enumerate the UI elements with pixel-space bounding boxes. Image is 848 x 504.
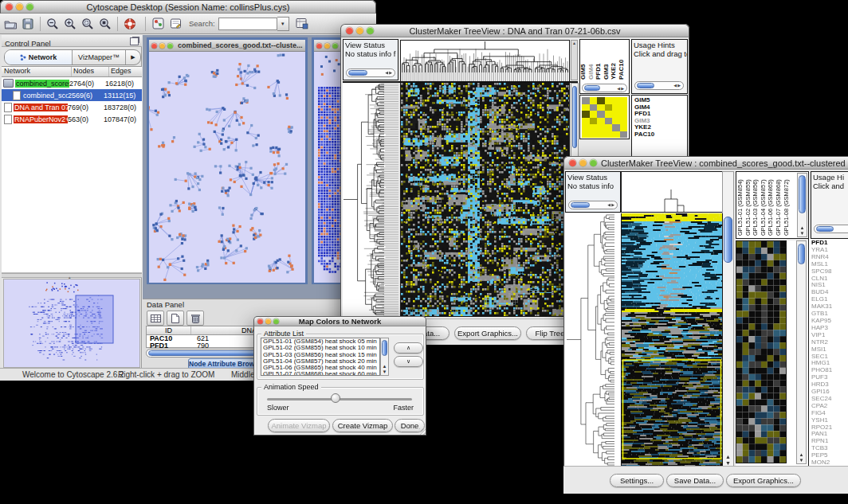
zoom-icon[interactable] xyxy=(367,27,374,34)
attribute-list[interactable]: GPL51-01 (GSM854) heat shock 05 minGPL51… xyxy=(261,338,380,376)
tab-vizmapper[interactable]: VizMapper™ xyxy=(73,50,126,64)
submatrix-cell xyxy=(582,118,590,125)
dialog-titlebar[interactable]: Map Colors to Network xyxy=(253,316,426,326)
toolbar-separator xyxy=(145,17,146,31)
treeview-window-combined-scores: ClusterMaker TreeView : combined_scores_… xyxy=(563,156,848,494)
export-graphics-button[interactable]: Export Graphics... xyxy=(726,474,801,487)
tv2-hints-hscrollbar[interactable]: ◀▶ xyxy=(814,225,848,233)
tv2-col-label: GPL51-01 (GSM854) xyxy=(736,179,744,236)
tabs-overflow-button[interactable]: ▶ xyxy=(126,50,140,64)
network-row-dna-tran[interactable]: DNA and Tran 07 769(0) 183728(0) xyxy=(2,101,142,113)
tv1-row-dendrogram[interactable] xyxy=(343,83,398,316)
help-lifering-icon[interactable] xyxy=(122,16,138,32)
close-icon[interactable] xyxy=(316,43,322,49)
submatrix-cell xyxy=(597,111,605,118)
network-row-rnapuber[interactable]: RNAPuberNov2+! 563(0) 107847(0) xyxy=(2,113,142,125)
zoom-icon[interactable] xyxy=(26,3,33,10)
usage-hints-title: Usage Hints xyxy=(634,41,685,49)
tv2-row-dendrogram[interactable] xyxy=(565,213,621,466)
document-icon xyxy=(4,103,12,112)
network-frame[interactable]: combined_scores_good.txt--cluste... xyxy=(147,37,308,284)
close-icon[interactable] xyxy=(569,159,576,166)
attribute-browser-icon[interactable] xyxy=(294,16,310,32)
tv2-labels-vscrollbar[interactable]: ▲▼ xyxy=(797,173,807,237)
panel-divider[interactable]: ▴ xyxy=(2,273,142,278)
network-row-combined-scores[interactable]: combined_scores_ 2764(0) 16218(0) xyxy=(2,77,142,89)
usage-hints-title: Usage Hi xyxy=(813,173,848,182)
close-icon[interactable] xyxy=(6,3,13,10)
window-controls[interactable] xyxy=(6,3,33,10)
zoom-fit-icon[interactable] xyxy=(97,16,113,32)
open-file-icon[interactable] xyxy=(2,16,18,32)
tv2-column-dendrogram[interactable] xyxy=(621,171,723,213)
tv2-zoom-heatmap[interactable] xyxy=(736,240,787,463)
minimize-icon[interactable] xyxy=(356,27,363,34)
animate-vizmap-button[interactable]: Animate Vizmap xyxy=(268,419,330,432)
minimize-icon[interactable] xyxy=(324,43,330,49)
main-titlebar[interactable]: Cytoscape Desktop (Session Name: collins… xyxy=(0,0,376,14)
view-status-text: No status info xyxy=(567,182,618,190)
resize-grip[interactable] xyxy=(419,428,426,435)
table-mode-icon[interactable] xyxy=(147,311,164,326)
speed-slider-thumb[interactable] xyxy=(331,393,340,403)
tv1-view-status-panel: View Status No status info f ◀▶ xyxy=(343,39,398,80)
zoom-icon[interactable] xyxy=(332,43,338,49)
search-input[interactable] xyxy=(218,18,277,30)
delete-attribute-trash-icon[interactable] xyxy=(186,311,204,326)
float-panel-icon[interactable] xyxy=(130,37,139,45)
tv2-status-hscrollbar[interactable]: ◀▶ xyxy=(568,201,618,209)
network-overview-thumbnail[interactable] xyxy=(3,279,140,368)
submatrix-cell xyxy=(620,118,628,125)
submatrix-cell xyxy=(620,104,628,111)
tab-network[interactable]: Network xyxy=(5,50,73,64)
usage-hints-text: Click and drag to xyxy=(634,49,685,58)
submatrix-cell xyxy=(612,104,620,111)
zoom-icon[interactable] xyxy=(590,159,597,166)
tv1-submatrix[interactable] xyxy=(579,95,630,139)
zoom-icon[interactable] xyxy=(273,318,279,324)
attribute-item[interactable]: GPL51-07 (GSM868) heat shock 60 min xyxy=(263,371,379,376)
tv2-titlebar[interactable]: ClusterMaker TreeView : combined_scores_… xyxy=(563,156,848,170)
minimize-icon[interactable] xyxy=(579,159,587,166)
view-status-title: View Status xyxy=(345,41,396,49)
minimize-icon[interactable] xyxy=(16,3,23,10)
attribute-list-vscrollbar[interactable]: ▲▼ xyxy=(380,338,389,376)
move-attribute-up-button[interactable]: ∧ xyxy=(394,342,423,354)
tv2-heatmap-vscrollbar[interactable]: ▲▼ xyxy=(722,171,734,467)
save-icon[interactable] xyxy=(20,16,36,32)
tv2-global-heatmap[interactable] xyxy=(621,213,723,467)
minimize-icon[interactable] xyxy=(159,43,165,49)
tv1-labels-hscrollbar[interactable]: ◀▶ xyxy=(582,84,627,92)
zoom-in-icon[interactable] xyxy=(62,16,78,32)
submatrix-cell xyxy=(590,131,598,139)
tv1-hints-hscrollbar[interactable]: ◀▶ xyxy=(634,81,684,90)
tv2-gene-vscrollbar[interactable]: ▲▼ xyxy=(796,240,807,464)
create-vizmap-button[interactable]: Create Vizmap xyxy=(332,419,393,432)
annotation-icon[interactable] xyxy=(167,16,183,32)
tv1-heatmap[interactable] xyxy=(400,83,570,317)
close-icon[interactable] xyxy=(257,318,263,324)
tv1-titlebar[interactable]: ClusterMaker TreeView : DNA and Tran 07-… xyxy=(340,24,689,37)
zoom-selected-icon[interactable] xyxy=(80,16,96,32)
submatrix-cell xyxy=(582,131,590,139)
zoom-out-icon[interactable] xyxy=(45,16,61,32)
search-label: Search: xyxy=(189,19,215,28)
tv1-column-dendrogram[interactable] xyxy=(400,40,570,82)
minimize-icon[interactable] xyxy=(265,318,271,324)
status-welcome: Welcome to Cytoscape 2.6.2 xyxy=(22,370,124,379)
close-icon[interactable] xyxy=(346,27,353,34)
close-icon[interactable] xyxy=(151,43,157,49)
export-graphics-button[interactable]: Export Graphics... xyxy=(454,326,521,340)
search-dropdown-button[interactable]: ▼ xyxy=(277,17,289,31)
tv1-status-hscrollbar[interactable]: ◀▶ xyxy=(346,68,395,77)
network-row-combined-sco-selected[interactable]: combined_sco 2569(6) 13112(15) xyxy=(2,89,142,101)
move-attribute-down-button[interactable]: ∨ xyxy=(394,356,423,367)
save-data-button[interactable]: Save Data... xyxy=(666,474,724,487)
network-view-canvas[interactable] xyxy=(149,52,305,283)
settings-button[interactable]: Settings... xyxy=(610,474,664,487)
vizmapper-icon[interactable] xyxy=(150,16,166,32)
zoom-icon[interactable] xyxy=(167,43,173,49)
submatrix-cell xyxy=(605,104,613,111)
new-attribute-icon[interactable] xyxy=(167,311,184,326)
faster-label: Faster xyxy=(393,404,414,412)
